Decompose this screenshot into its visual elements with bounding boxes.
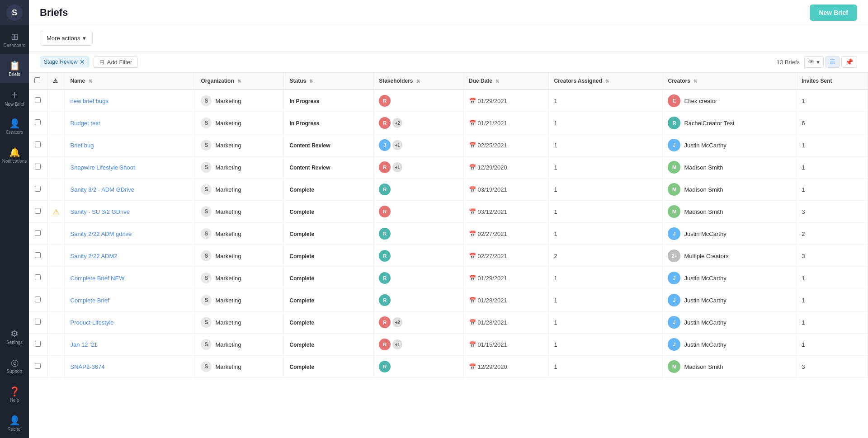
table-row: Sanity 2/22 ADM gdriveSMarketingComplete… xyxy=(29,223,868,245)
row-due-date-cell: 📅 01/15/2021 xyxy=(463,334,549,356)
row-checkbox[interactable] xyxy=(35,274,41,280)
row-checkbox[interactable] xyxy=(35,319,41,325)
creator-name: Madison Smith xyxy=(684,208,723,215)
row-invites-sent-cell: 6 xyxy=(796,112,868,134)
th-creators-assigned[interactable]: Creators Assigned ⇅ xyxy=(548,73,662,89)
more-actions-button[interactable]: More actions ▾ xyxy=(40,31,93,46)
view-pin-button[interactable]: 📌 xyxy=(841,56,857,68)
row-checkbox[interactable] xyxy=(35,208,41,214)
th-due-date[interactable]: Due Date ⇅ xyxy=(463,73,549,89)
view-eye-button[interactable]: 👁 ▾ xyxy=(804,56,824,68)
chevron-down-icon: ▾ xyxy=(83,35,86,42)
org-name: Marketing xyxy=(215,297,241,304)
row-creators-cell: JJustin McCarthy xyxy=(662,223,796,245)
status-badge: In Progress xyxy=(289,120,319,127)
sidebar-item-dashboard[interactable]: ⊞ Dashboard xyxy=(0,25,29,54)
row-creators-cell: MMadison Smith xyxy=(662,201,796,223)
brief-name-link[interactable]: Snapwire Lifestyle Shoot xyxy=(71,164,135,171)
table-row: Brief bugSMarketingContent ReviewJ+1📅 02… xyxy=(29,134,868,156)
brief-name-link[interactable]: Sanity 2/22 ADM gdrive xyxy=(71,231,132,237)
creator-name: Multiple Creators xyxy=(684,253,728,259)
filter-tag-close-icon[interactable]: ✕ xyxy=(80,59,85,65)
status-sort-icon: ⇅ xyxy=(309,79,313,84)
filter-tag-stage-review[interactable]: Stage Review ✕ xyxy=(40,57,89,67)
th-invites-sent[interactable]: Invites Sent xyxy=(796,73,868,89)
row-creators-assigned-cell: 1 xyxy=(548,356,662,378)
row-checkbox[interactable] xyxy=(35,164,41,170)
row-checkbox-cell xyxy=(29,112,47,134)
th-creators[interactable]: Creators ⇅ xyxy=(662,73,796,89)
table-row: Complete BriefSMarketingCompleteR📅 01/28… xyxy=(29,289,868,311)
add-filter-button[interactable]: ⊟ Add Filter xyxy=(94,57,138,68)
org-logo: S xyxy=(201,184,212,195)
row-warning-cell xyxy=(47,134,65,156)
sidebar-item-help[interactable]: ❓ Help xyxy=(0,380,29,409)
stakeholder-avatar: R xyxy=(379,361,391,372)
row-name-cell: Complete Brief NEW xyxy=(65,267,195,289)
filter-tag-review-label: Review xyxy=(60,59,77,65)
row-stakeholders-cell: R xyxy=(373,201,463,223)
brief-name-link[interactable]: Sanity 2/22 ADM2 xyxy=(71,253,118,259)
toolbar: More actions ▾ xyxy=(29,25,868,52)
creators-icon: 👤 xyxy=(9,119,20,128)
row-checkbox[interactable] xyxy=(35,119,41,125)
stakeholder-plus-badge: +1 xyxy=(392,339,402,349)
rachel-avatar-icon: 👤 xyxy=(9,416,20,425)
row-checkbox[interactable] xyxy=(35,363,41,369)
row-checkbox[interactable] xyxy=(35,230,41,236)
th-status[interactable]: Status ⇅ xyxy=(284,73,373,89)
brief-name-link[interactable]: new brief bugs xyxy=(71,98,109,104)
filter-tag-stage-label: Stage xyxy=(44,59,58,65)
row-creators-cell: 2+Multiple Creators xyxy=(662,245,796,267)
status-badge: Complete xyxy=(289,187,314,193)
app-logo[interactable]: S xyxy=(6,5,23,21)
brief-name-link[interactable]: Complete Brief xyxy=(71,297,109,304)
view-list-button[interactable]: ☰ xyxy=(826,56,840,68)
sidebar-item-notifications[interactable]: 🔔 Notifications xyxy=(0,141,29,170)
sidebar-item-new-brief[interactable]: ＋ New Brief xyxy=(0,83,29,112)
brief-name-link[interactable]: Complete Brief NEW xyxy=(71,275,125,282)
stakeholder-plus-badge: +1 xyxy=(392,140,402,150)
row-checkbox[interactable] xyxy=(35,141,41,147)
status-badge: Complete xyxy=(289,231,314,237)
brief-name-link[interactable]: Sanity - SU 3/2 GDrive xyxy=(71,208,130,215)
brief-name-link[interactable]: Jan 12 '21 xyxy=(71,341,98,348)
stakeholder-avatar: J xyxy=(379,139,391,151)
sidebar-item-settings[interactable]: ⚙ Settings xyxy=(0,322,29,351)
brief-name-link[interactable]: Budget test xyxy=(71,120,100,127)
new-brief-button[interactable]: New Brief xyxy=(810,5,857,21)
creator-avatar: M xyxy=(668,205,680,218)
sidebar-item-rachel[interactable]: 👤 Rachel xyxy=(0,409,29,438)
row-invites-sent-cell: 1 xyxy=(796,179,868,201)
row-invites-sent-cell: 1 xyxy=(796,89,868,112)
row-due-date-cell: 📅 01/28/2021 xyxy=(463,289,549,311)
brief-name-link[interactable]: Brief bug xyxy=(71,142,94,149)
row-creators-cell: JJustin McCarthy xyxy=(662,334,796,356)
warning-icon: ⚠ xyxy=(53,208,59,216)
creator-avatar: 2+ xyxy=(668,250,680,262)
brief-name-link[interactable]: SNAP2-3674 xyxy=(71,363,105,370)
row-stakeholders-cell: R xyxy=(373,267,463,289)
th-organization[interactable]: Organization ⇅ xyxy=(195,73,284,89)
row-status-cell: In Progress xyxy=(284,112,373,134)
sidebar-item-briefs[interactable]: 📋 Briefs xyxy=(0,54,29,83)
select-all-checkbox[interactable] xyxy=(34,77,40,83)
row-checkbox[interactable] xyxy=(35,341,41,347)
row-checkbox-cell xyxy=(29,179,47,201)
row-org-cell: SMarketing xyxy=(195,156,284,179)
row-checkbox[interactable] xyxy=(35,252,41,258)
brief-name-link[interactable]: Sanity 3/2 - ADM GDrive xyxy=(71,186,135,193)
status-badge: Content Review xyxy=(289,142,330,149)
row-name-cell: Budget test xyxy=(65,112,195,134)
sidebar-item-support[interactable]: ◎ Support xyxy=(0,351,29,380)
sidebar-item-creators[interactable]: 👤 Creators xyxy=(0,112,29,141)
th-name[interactable]: Name ⇅ xyxy=(65,73,195,89)
row-checkbox[interactable] xyxy=(35,97,41,103)
row-checkbox[interactable] xyxy=(35,186,41,192)
row-name-cell: Sanity - SU 3/2 GDrive xyxy=(65,201,195,223)
th-stakeholders[interactable]: Stakeholders ⇅ xyxy=(373,73,463,89)
brief-name-link[interactable]: Product Lifestyle xyxy=(71,319,114,326)
row-checkbox[interactable] xyxy=(35,297,41,302)
row-checkbox-cell xyxy=(29,334,47,356)
new-brief-icon: ＋ xyxy=(9,89,20,100)
